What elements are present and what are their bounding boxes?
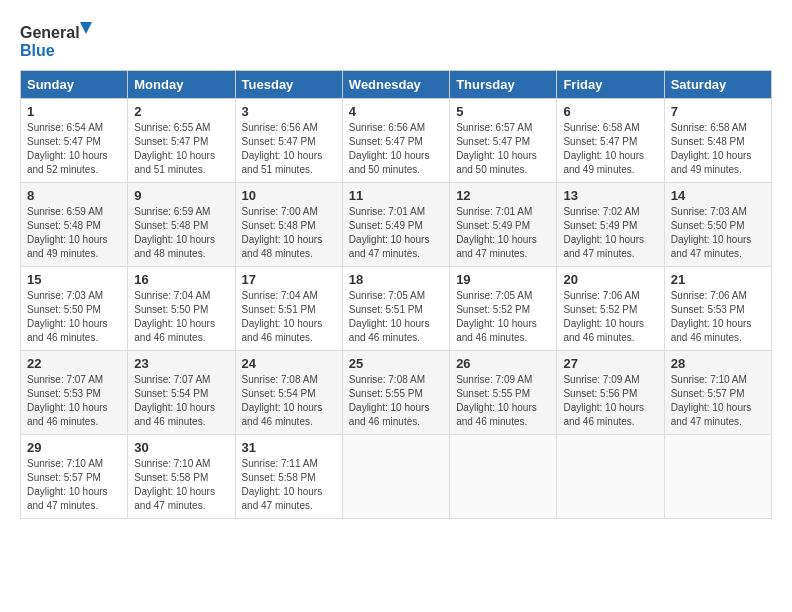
cell-content: Sunrise: 7:07 AM Sunset: 5:54 PM Dayligh… [134,373,228,429]
week-row-2: 8Sunrise: 6:59 AM Sunset: 5:48 PM Daylig… [21,183,772,267]
calendar-cell: 18Sunrise: 7:05 AM Sunset: 5:51 PM Dayli… [342,267,449,351]
calendar-cell: 15Sunrise: 7:03 AM Sunset: 5:50 PM Dayli… [21,267,128,351]
cell-content: Sunrise: 7:11 AM Sunset: 5:58 PM Dayligh… [242,457,336,513]
day-number: 5 [456,104,550,119]
svg-marker-2 [80,22,92,34]
calendar-cell: 8Sunrise: 6:59 AM Sunset: 5:48 PM Daylig… [21,183,128,267]
day-number: 11 [349,188,443,203]
cell-content: Sunrise: 7:09 AM Sunset: 5:56 PM Dayligh… [563,373,657,429]
day-number: 27 [563,356,657,371]
calendar-cell: 21Sunrise: 7:06 AM Sunset: 5:53 PM Dayli… [664,267,771,351]
calendar-cell: 2Sunrise: 6:55 AM Sunset: 5:47 PM Daylig… [128,99,235,183]
cell-content: Sunrise: 6:57 AM Sunset: 5:47 PM Dayligh… [456,121,550,177]
cell-content: Sunrise: 6:56 AM Sunset: 5:47 PM Dayligh… [349,121,443,177]
weekday-header-thursday: Thursday [450,71,557,99]
weekday-header-row: SundayMondayTuesdayWednesdayThursdayFrid… [21,71,772,99]
calendar-cell [342,435,449,519]
calendar-cell: 14Sunrise: 7:03 AM Sunset: 5:50 PM Dayli… [664,183,771,267]
calendar-cell: 27Sunrise: 7:09 AM Sunset: 5:56 PM Dayli… [557,351,664,435]
day-number: 23 [134,356,228,371]
cell-content: Sunrise: 7:02 AM Sunset: 5:49 PM Dayligh… [563,205,657,261]
cell-content: Sunrise: 7:06 AM Sunset: 5:52 PM Dayligh… [563,289,657,345]
day-number: 26 [456,356,550,371]
day-number: 18 [349,272,443,287]
day-number: 10 [242,188,336,203]
logo: GeneralBlue [20,20,100,60]
day-number: 15 [27,272,121,287]
calendar-cell: 9Sunrise: 6:59 AM Sunset: 5:48 PM Daylig… [128,183,235,267]
calendar-cell: 4Sunrise: 6:56 AM Sunset: 5:47 PM Daylig… [342,99,449,183]
calendar-cell: 13Sunrise: 7:02 AM Sunset: 5:49 PM Dayli… [557,183,664,267]
day-number: 16 [134,272,228,287]
day-number: 29 [27,440,121,455]
calendar-cell: 7Sunrise: 6:58 AM Sunset: 5:48 PM Daylig… [664,99,771,183]
svg-text:Blue: Blue [20,42,55,59]
day-number: 19 [456,272,550,287]
day-number: 21 [671,272,765,287]
week-row-4: 22Sunrise: 7:07 AM Sunset: 5:53 PM Dayli… [21,351,772,435]
day-number: 25 [349,356,443,371]
cell-content: Sunrise: 7:08 AM Sunset: 5:55 PM Dayligh… [349,373,443,429]
cell-content: Sunrise: 7:09 AM Sunset: 5:55 PM Dayligh… [456,373,550,429]
weekday-header-sunday: Sunday [21,71,128,99]
weekday-header-wednesday: Wednesday [342,71,449,99]
calendar-cell: 23Sunrise: 7:07 AM Sunset: 5:54 PM Dayli… [128,351,235,435]
calendar-cell: 24Sunrise: 7:08 AM Sunset: 5:54 PM Dayli… [235,351,342,435]
cell-content: Sunrise: 6:55 AM Sunset: 5:47 PM Dayligh… [134,121,228,177]
cell-content: Sunrise: 7:05 AM Sunset: 5:52 PM Dayligh… [456,289,550,345]
week-row-1: 1Sunrise: 6:54 AM Sunset: 5:47 PM Daylig… [21,99,772,183]
day-number: 13 [563,188,657,203]
day-number: 6 [563,104,657,119]
cell-content: Sunrise: 7:07 AM Sunset: 5:53 PM Dayligh… [27,373,121,429]
weekday-header-monday: Monday [128,71,235,99]
calendar-cell: 10Sunrise: 7:00 AM Sunset: 5:48 PM Dayli… [235,183,342,267]
day-number: 1 [27,104,121,119]
day-number: 31 [242,440,336,455]
cell-content: Sunrise: 6:59 AM Sunset: 5:48 PM Dayligh… [27,205,121,261]
calendar-cell: 1Sunrise: 6:54 AM Sunset: 5:47 PM Daylig… [21,99,128,183]
week-row-3: 15Sunrise: 7:03 AM Sunset: 5:50 PM Dayli… [21,267,772,351]
day-number: 7 [671,104,765,119]
calendar-cell: 6Sunrise: 6:58 AM Sunset: 5:47 PM Daylig… [557,99,664,183]
calendar-cell: 20Sunrise: 7:06 AM Sunset: 5:52 PM Dayli… [557,267,664,351]
calendar-table: SundayMondayTuesdayWednesdayThursdayFrid… [20,70,772,519]
day-number: 28 [671,356,765,371]
cell-content: Sunrise: 7:03 AM Sunset: 5:50 PM Dayligh… [27,289,121,345]
calendar-cell: 19Sunrise: 7:05 AM Sunset: 5:52 PM Dayli… [450,267,557,351]
day-number: 24 [242,356,336,371]
cell-content: Sunrise: 7:10 AM Sunset: 5:58 PM Dayligh… [134,457,228,513]
calendar-cell: 22Sunrise: 7:07 AM Sunset: 5:53 PM Dayli… [21,351,128,435]
svg-text:General: General [20,24,80,41]
calendar-cell: 28Sunrise: 7:10 AM Sunset: 5:57 PM Dayli… [664,351,771,435]
day-number: 2 [134,104,228,119]
cell-content: Sunrise: 7:01 AM Sunset: 5:49 PM Dayligh… [456,205,550,261]
calendar-cell: 31Sunrise: 7:11 AM Sunset: 5:58 PM Dayli… [235,435,342,519]
cell-content: Sunrise: 7:10 AM Sunset: 5:57 PM Dayligh… [27,457,121,513]
cell-content: Sunrise: 7:10 AM Sunset: 5:57 PM Dayligh… [671,373,765,429]
day-number: 20 [563,272,657,287]
weekday-header-tuesday: Tuesday [235,71,342,99]
calendar-cell: 5Sunrise: 6:57 AM Sunset: 5:47 PM Daylig… [450,99,557,183]
header: GeneralBlue [20,20,772,60]
week-row-5: 29Sunrise: 7:10 AM Sunset: 5:57 PM Dayli… [21,435,772,519]
cell-content: Sunrise: 6:59 AM Sunset: 5:48 PM Dayligh… [134,205,228,261]
calendar-cell: 3Sunrise: 6:56 AM Sunset: 5:47 PM Daylig… [235,99,342,183]
calendar-cell: 30Sunrise: 7:10 AM Sunset: 5:58 PM Dayli… [128,435,235,519]
calendar-cell: 29Sunrise: 7:10 AM Sunset: 5:57 PM Dayli… [21,435,128,519]
calendar-cell: 17Sunrise: 7:04 AM Sunset: 5:51 PM Dayli… [235,267,342,351]
weekday-header-saturday: Saturday [664,71,771,99]
logo-svg: GeneralBlue [20,20,100,60]
cell-content: Sunrise: 7:01 AM Sunset: 5:49 PM Dayligh… [349,205,443,261]
calendar-cell: 16Sunrise: 7:04 AM Sunset: 5:50 PM Dayli… [128,267,235,351]
cell-content: Sunrise: 7:00 AM Sunset: 5:48 PM Dayligh… [242,205,336,261]
cell-content: Sunrise: 6:58 AM Sunset: 5:48 PM Dayligh… [671,121,765,177]
cell-content: Sunrise: 6:58 AM Sunset: 5:47 PM Dayligh… [563,121,657,177]
cell-content: Sunrise: 7:06 AM Sunset: 5:53 PM Dayligh… [671,289,765,345]
cell-content: Sunrise: 7:05 AM Sunset: 5:51 PM Dayligh… [349,289,443,345]
cell-content: Sunrise: 7:04 AM Sunset: 5:50 PM Dayligh… [134,289,228,345]
day-number: 17 [242,272,336,287]
day-number: 12 [456,188,550,203]
cell-content: Sunrise: 7:03 AM Sunset: 5:50 PM Dayligh… [671,205,765,261]
day-number: 3 [242,104,336,119]
calendar-cell [664,435,771,519]
